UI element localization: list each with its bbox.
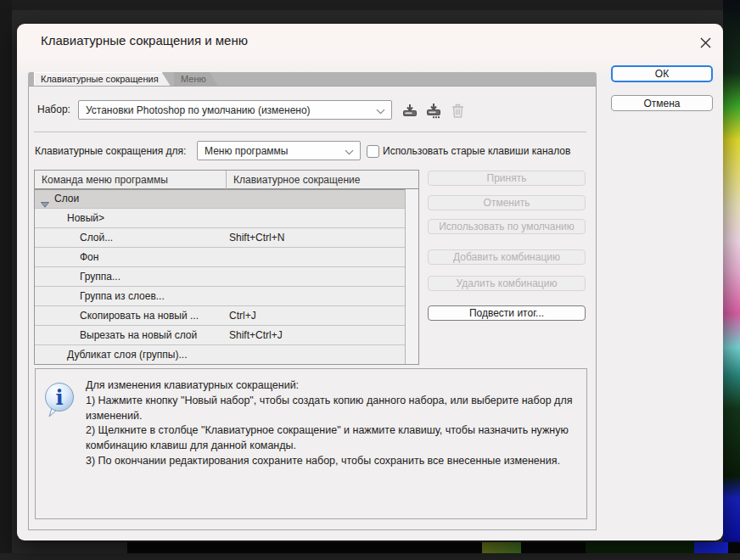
app-background-bottom — [127, 542, 740, 553]
table-row[interactable]: Группа из слоев... — [35, 287, 406, 306]
info-icon: i — [43, 382, 77, 423]
app-background-top — [0, 0, 723, 10]
table-row[interactable]: Дубликат слоя (группы)... — [35, 345, 406, 365]
save-set-icon[interactable] — [401, 101, 419, 120]
column-header-shortcut: Клавиатурное сокращение — [226, 171, 418, 189]
table-row[interactable]: Слои — [35, 189, 406, 209]
shortcuts-table: Команда меню программы Клавиатурное сокр… — [34, 170, 419, 365]
canvas-patch — [482, 542, 521, 553]
table-rows: Слои Новый> Слой... Shift+Ctrl+N Фон Гру… — [35, 189, 406, 365]
app-background-bottom-row — [0, 553, 740, 560]
set-dropdown-value: Установки Photoshop по умолчанию (измене… — [86, 104, 311, 116]
shortcuts-for-label: Клавиатурные сокращения для: — [35, 145, 186, 157]
photoshop-screen: { "window": { "title": "Клавиатурные сок… — [0, 0, 740, 560]
svg-text:i: i — [55, 385, 63, 410]
table-row[interactable]: Фон — [35, 248, 406, 267]
table-row[interactable]: Группа... — [35, 267, 406, 287]
tab-keyboard-shortcuts[interactable]: Клавиатурные сокращения — [34, 72, 171, 86]
table-header: Команда меню программы Клавиатурное сокр… — [35, 171, 418, 189]
info-line: 3) По окончании редактирования сохраните… — [86, 454, 575, 469]
info-line: 1) Нажмите кнопку "Новый набор", чтобы с… — [86, 394, 575, 424]
canvas-patch — [586, 542, 696, 553]
summarize-button[interactable]: Подвести итог... — [428, 305, 586, 321]
delete-shortcut-button[interactable]: Удалить комбинацию — [428, 276, 586, 291]
table-scrollbar[interactable] — [405, 189, 418, 364]
save-set-as-new-icon[interactable] — [424, 101, 443, 120]
legacy-channel-keys-label: Использовать старые клавиши каналов — [383, 145, 570, 157]
ok-button[interactable]: ОК — [611, 65, 713, 82]
divider — [34, 132, 586, 132]
shortcuts-for-value: Меню программы — [205, 145, 288, 157]
set-label: Набор: — [37, 104, 70, 115]
add-shortcut-button[interactable]: Добавить комбинацию — [428, 249, 586, 265]
info-line: 2) Щелкните в столбце "Клавиатурное сокр… — [86, 423, 575, 454]
table-row[interactable]: Скопировать на новый ... Ctrl+J — [35, 306, 406, 326]
info-line: Для изменения клавиатурных сокращений: — [86, 378, 575, 394]
dialog-title: Клавиатурные сокращения и меню — [41, 33, 248, 48]
table-row[interactable]: Вырезать на новый слой Shift+Ctrl+J — [35, 326, 406, 345]
tab-menus[interactable]: Меню — [174, 72, 218, 86]
table-row[interactable]: Слой... Shift+Ctrl+N — [35, 228, 406, 248]
app-background-left — [0, 0, 12, 560]
column-header-command: Команда меню программы — [35, 171, 233, 189]
cancel-button[interactable]: Отмена — [611, 95, 713, 111]
accept-button[interactable]: Принять — [428, 171, 586, 186]
undo-button[interactable]: Отменить — [428, 195, 586, 210]
shortcuts-for-dropdown[interactable]: Меню программы — [197, 141, 361, 160]
close-icon[interactable] — [695, 32, 715, 53]
set-dropdown[interactable]: Установки Photoshop по умолчанию (измене… — [78, 100, 392, 120]
info-box: i Для изменения клавиатурных сокращений:… — [35, 368, 587, 519]
photoshop-canvas-sliver — [723, 0, 740, 560]
use-default-button[interactable]: Использовать по умолчанию — [428, 219, 586, 234]
chevron-down-icon — [345, 146, 354, 158]
keyboard-shortcuts-dialog: Клавиатурные сокращения и меню ОК Отмена… — [17, 24, 723, 540]
canvas-patch — [694, 542, 728, 553]
table-row[interactable]: Новый> — [35, 209, 406, 228]
info-text: Для изменения клавиатурных сокращений: 1… — [86, 378, 575, 469]
tab-strip: Клавиатурные сокращения Меню — [28, 72, 597, 86]
chevron-down-icon — [376, 105, 385, 117]
delete-set-icon[interactable] — [448, 101, 467, 120]
legacy-channel-keys-checkbox[interactable] — [367, 145, 379, 158]
